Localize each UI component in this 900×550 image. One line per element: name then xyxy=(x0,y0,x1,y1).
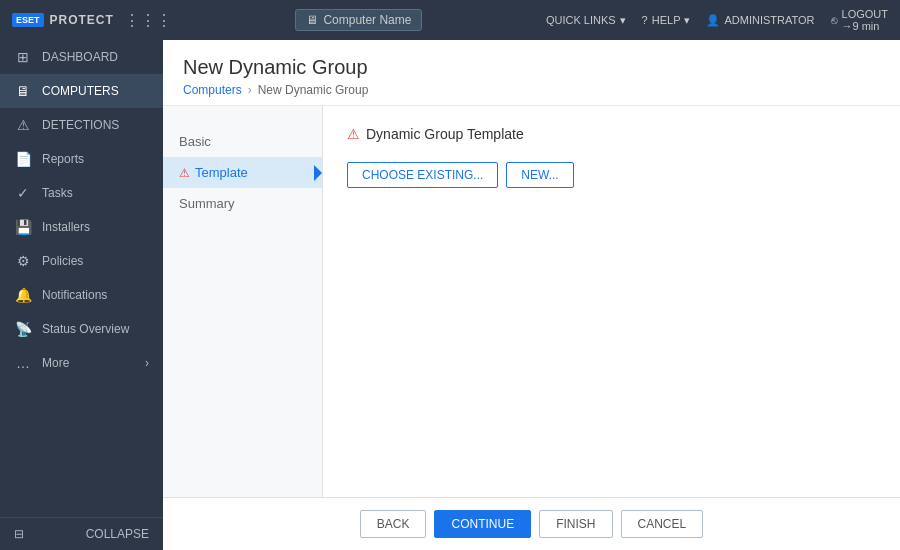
sidebar-item-dashboard[interactable]: ⊞ DASHBOARD xyxy=(0,40,163,74)
installers-icon: 💾 xyxy=(14,219,32,235)
section-warn-icon: ⚠ xyxy=(347,126,360,142)
topbar-center: 🖥 Computer Name xyxy=(295,9,422,31)
collapse-button[interactable]: ⊟ COLLAPSE xyxy=(0,518,163,550)
section-title-text: Dynamic Group Template xyxy=(366,126,524,142)
step-template-label: Template xyxy=(195,165,248,180)
breadcrumb-separator: › xyxy=(248,83,252,97)
logout-text-group: LOGOUT →9 min xyxy=(842,8,888,32)
section-title: ⚠ Dynamic Group Template xyxy=(347,126,876,142)
sidebar-label-status: Status Overview xyxy=(42,322,129,336)
quick-links-button[interactable]: QUICK LINKS ▾ xyxy=(546,14,626,27)
sidebar-bottom: ⊟ COLLAPSE xyxy=(0,517,163,550)
eset-logo: ESET PROTECT xyxy=(12,13,114,27)
steps-panel: Basic ⚠ Template Summary xyxy=(163,106,323,497)
step-summary[interactable]: Summary xyxy=(163,188,322,219)
step-template[interactable]: ⚠ Template xyxy=(163,157,322,188)
quick-links-chevron: ▾ xyxy=(620,14,626,27)
logout-icon: ⎋ xyxy=(831,14,838,26)
main-layout: ⊞ DASHBOARD 🖥 COMPUTERS ⚠ DETECTIONS 📄 R… xyxy=(0,40,900,550)
content-area: New Dynamic Group Computers › New Dynami… xyxy=(163,40,900,550)
grid-icon[interactable]: ⋮⋮⋮ xyxy=(124,11,172,30)
computer-name-box[interactable]: 🖥 Computer Name xyxy=(295,9,422,31)
page-title: New Dynamic Group xyxy=(183,56,880,79)
admin-button[interactable]: 👤 ADMINISTRATOR xyxy=(706,14,814,27)
sidebar-item-computers[interactable]: 🖥 COMPUTERS xyxy=(0,74,163,108)
form-panel: ⚠ Dynamic Group Template CHOOSE EXISTING… xyxy=(323,106,900,497)
help-icon: ? xyxy=(642,14,648,26)
help-label: HELP xyxy=(652,14,681,26)
logout-label: LOGOUT xyxy=(842,8,888,20)
sidebar-label-more: More xyxy=(42,356,69,370)
new-button[interactable]: NEW... xyxy=(506,162,573,188)
sidebar-item-more[interactable]: … More › xyxy=(0,346,163,380)
step-basic[interactable]: Basic xyxy=(163,126,322,157)
help-chevron: ▾ xyxy=(684,14,690,27)
user-icon: 👤 xyxy=(706,14,720,27)
sidebar-item-reports[interactable]: 📄 Reports xyxy=(0,142,163,176)
wizard-footer: BACK CONTINUE FINISH CANCEL xyxy=(163,497,900,550)
quick-links-label: QUICK LINKS xyxy=(546,14,616,26)
notifications-icon: 🔔 xyxy=(14,287,32,303)
monitor-icon: 🖥 xyxy=(306,13,318,27)
sidebar-item-status[interactable]: 📡 Status Overview xyxy=(0,312,163,346)
back-button[interactable]: BACK xyxy=(360,510,427,538)
sidebar-item-tasks[interactable]: ✓ Tasks xyxy=(0,176,163,210)
dashboard-icon: ⊞ xyxy=(14,49,32,65)
step-summary-label: Summary xyxy=(179,196,235,211)
logout-button[interactable]: ⎋ LOGOUT →9 min xyxy=(831,8,888,32)
template-buttons: CHOOSE EXISTING... NEW... xyxy=(347,162,876,188)
logo-box: ESET xyxy=(12,13,44,27)
sidebar-item-policies[interactable]: ⚙ Policies xyxy=(0,244,163,278)
step-basic-label: Basic xyxy=(179,134,211,149)
sidebar: ⊞ DASHBOARD 🖥 COMPUTERS ⚠ DETECTIONS 📄 R… xyxy=(0,40,163,550)
admin-label: ADMINISTRATOR xyxy=(724,14,814,26)
breadcrumb: Computers › New Dynamic Group xyxy=(183,83,880,97)
tasks-icon: ✓ xyxy=(14,185,32,201)
topbar-right: QUICK LINKS ▾ ? HELP ▾ 👤 ADMINISTRATOR ⎋… xyxy=(546,8,888,32)
sidebar-label-policies: Policies xyxy=(42,254,83,268)
topbar-left: ESET PROTECT ⋮⋮⋮ xyxy=(12,11,172,30)
computers-icon: 🖥 xyxy=(14,83,32,99)
help-button[interactable]: ? HELP ▾ xyxy=(642,14,691,27)
policies-icon: ⚙ xyxy=(14,253,32,269)
wizard-body: Basic ⚠ Template Summary ⚠ Dynamic Group… xyxy=(163,106,900,497)
logout-sub: →9 min xyxy=(842,20,888,32)
sidebar-label-reports: Reports xyxy=(42,152,84,166)
sidebar-item-installers[interactable]: 💾 Installers xyxy=(0,210,163,244)
sidebar-label-computers: COMPUTERS xyxy=(42,84,119,98)
topbar: ESET PROTECT ⋮⋮⋮ 🖥 Computer Name QUICK L… xyxy=(0,0,900,40)
detections-icon: ⚠ xyxy=(14,117,32,133)
collapse-icon: ⊟ xyxy=(14,527,24,541)
reports-icon: 📄 xyxy=(14,151,32,167)
computer-name-label: Computer Name xyxy=(323,13,411,27)
more-icon: … xyxy=(14,355,32,371)
protect-label: PROTECT xyxy=(50,13,114,27)
breadcrumb-current: New Dynamic Group xyxy=(258,83,369,97)
sidebar-label-detections: DETECTIONS xyxy=(42,118,119,132)
sidebar-item-notifications[interactable]: 🔔 Notifications xyxy=(0,278,163,312)
choose-existing-button[interactable]: CHOOSE EXISTING... xyxy=(347,162,498,188)
continue-button[interactable]: CONTINUE xyxy=(434,510,531,538)
page-header: New Dynamic Group Computers › New Dynami… xyxy=(163,40,900,106)
cancel-button[interactable]: CANCEL xyxy=(621,510,704,538)
sidebar-label-dashboard: DASHBOARD xyxy=(42,50,118,64)
collapse-label: COLLAPSE xyxy=(86,527,149,541)
status-icon: 📡 xyxy=(14,321,32,337)
finish-button[interactable]: FINISH xyxy=(539,510,612,538)
more-chevron-icon: › xyxy=(145,356,149,370)
sidebar-label-tasks: Tasks xyxy=(42,186,73,200)
sidebar-label-notifications: Notifications xyxy=(42,288,107,302)
breadcrumb-root[interactable]: Computers xyxy=(183,83,242,97)
sidebar-item-detections[interactable]: ⚠ DETECTIONS xyxy=(0,108,163,142)
sidebar-label-installers: Installers xyxy=(42,220,90,234)
step-template-warn-icon: ⚠ xyxy=(179,166,190,180)
